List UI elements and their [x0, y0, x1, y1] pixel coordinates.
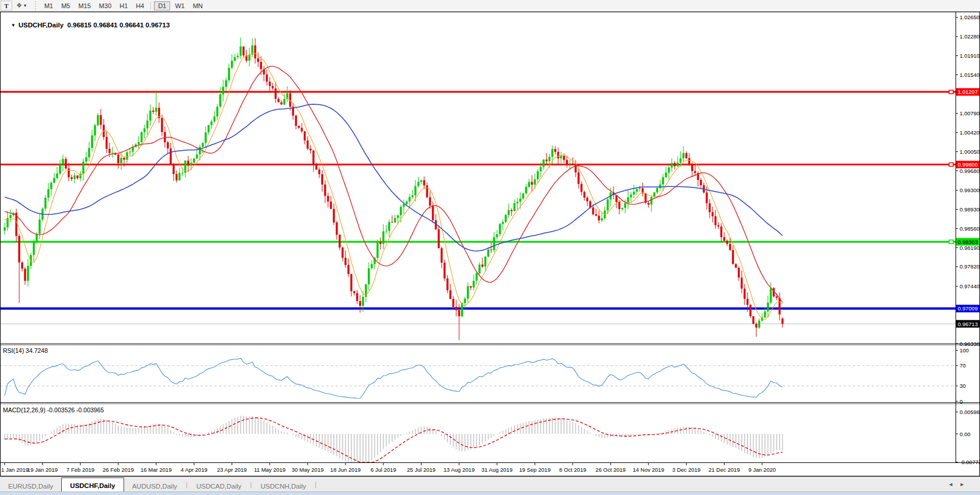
tab-separator: |	[314, 481, 317, 488]
rsi-indicator-label: RSI(14) 34.7248	[3, 347, 48, 354]
timeframe-button-mn[interactable]: MN	[189, 1, 206, 10]
chart-tab-usdchf[interactable]: USDCHF,Daily	[61, 478, 124, 492]
timeframe-button-h1[interactable]: H1	[116, 1, 131, 10]
line-handle-marker[interactable]	[949, 240, 953, 243]
tab-scroll-arrows[interactable]: ◂▸	[949, 480, 972, 488]
price-chart-svg[interactable]: 1.026501.022801.019101.015401.007901.004…	[0, 12, 980, 476]
ohlc-values: 0.96815 0.96841 0.96641 0.96713	[67, 22, 170, 29]
timeframe-button-m5[interactable]: M5	[58, 1, 73, 10]
timeframe-button-d1[interactable]: D1	[154, 1, 170, 10]
timeframe-button-w1[interactable]: W1	[171, 1, 188, 10]
chart-tab-audusd[interactable]: AUDUSD,Daily	[124, 479, 185, 492]
text-tool-icon: T	[4, 2, 8, 9]
bottom-strip	[0, 492, 980, 495]
timeframe-button-m30[interactable]: M30	[96, 1, 115, 10]
chart-tab-eurusd[interactable]: EURUSD,Daily	[0, 479, 61, 492]
toolbar-grip	[34, 1, 37, 10]
toolbar-separator	[150, 2, 151, 10]
diamonds-icon: ❖	[16, 2, 22, 9]
timeframe-group: M1M5M15M30H1H4D1W1MN	[40, 1, 207, 10]
price-scale-drag-zone[interactable]	[956, 12, 980, 463]
line-handle-marker[interactable]	[949, 90, 953, 94]
line-handle-marker[interactable]	[949, 163, 953, 167]
chart-tab-usdcnh[interactable]: USDCNH,Daily	[252, 479, 314, 492]
chart-title: ▼USDCHF,Daily 0.96815 0.96841 0.96641 0.…	[3, 15, 170, 36]
timeframe-button-m15[interactable]: M15	[75, 1, 94, 10]
chart-tab-usdcad[interactable]: USDCAD,Daily	[188, 479, 249, 492]
cursor-tool-button[interactable]: ❖ ▾	[13, 1, 29, 10]
chevron-down-icon: ▾	[24, 3, 26, 8]
timeframe-button-h4[interactable]: H4	[132, 1, 147, 10]
chart-tab-bar: EURUSD,DailyUSDCHF,DailyAUDUSD,Daily|USD…	[0, 476, 980, 492]
time-scale-drag-zone[interactable]	[0, 463, 956, 476]
toolbar: T ❖ ▾ M1M5M15M30H1H4D1W1MN	[0, 0, 980, 12]
text-tool-button[interactable]: T	[1, 1, 12, 10]
mt4-window: T ❖ ▾ M1M5M15M30H1H4D1W1MN ▼USDCHF,Daily…	[0, 0, 980, 495]
chart-background	[0, 12, 980, 476]
macd-indicator-label: MACD(12,26,9) -0.003526 -0.003965	[3, 406, 104, 413]
symbol-period-label: USDCHF,Daily	[19, 22, 64, 29]
collapse-icon: ▼	[11, 23, 16, 28]
timeframe-button-m1[interactable]: M1	[41, 1, 57, 10]
